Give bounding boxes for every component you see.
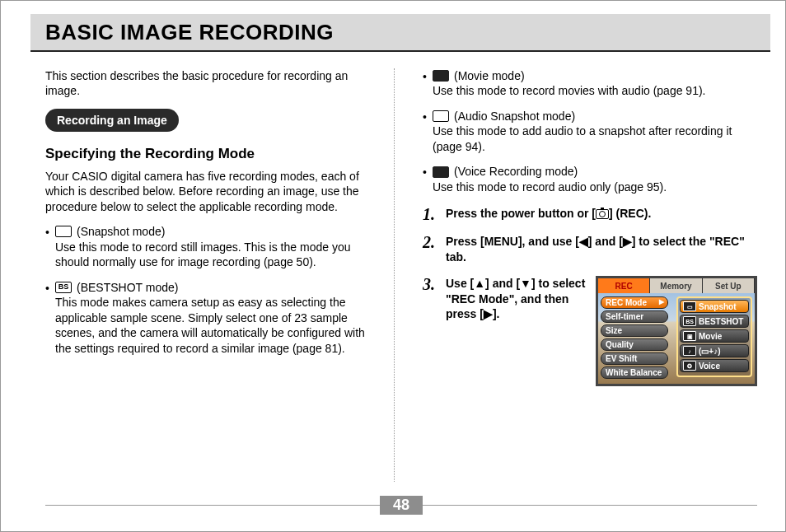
lcd-tab-setup: Set Up	[703, 278, 755, 293]
lcd-left-item: White Balance	[601, 366, 668, 379]
lcd-right-item-label: Movie	[699, 331, 722, 342]
step-item: Press the power button or [] (REC).	[423, 206, 757, 222]
voice-recording-mode-icon	[433, 166, 449, 178]
lcd-right-item-label: Voice	[699, 361, 720, 371]
mode-description: This mode makes camera setup as easy as …	[55, 295, 379, 356]
mode-header-line: (Audio Snapshot mode)	[433, 109, 757, 124]
mode-header-line: (Movie mode)	[433, 68, 757, 83]
lcd-right-item-icon: ▭	[683, 301, 696, 311]
lcd-right-item-label: Snapshot	[699, 301, 737, 312]
camera-icon	[596, 209, 609, 219]
lcd-right-item-icon: BS	[683, 316, 696, 326]
mode-header-line: (Voice Recording mode)	[433, 164, 757, 179]
mode-body: (Snapshot mode)Use this mode to record s…	[55, 224, 379, 269]
lcd-right-item-label: (▭+♪)	[699, 346, 721, 357]
mode-description: Use this mode to record still images. Th…	[55, 240, 379, 270]
lcd-right-item: BSBESTSHOT	[680, 315, 749, 328]
lcd-tab-memory: Memory	[650, 278, 702, 293]
bullet-dot: •	[45, 224, 55, 269]
lcd-left-item: REC Mode	[601, 296, 668, 309]
mode-list-item: •BS(BESTSHOT mode)This mode makes camera…	[45, 280, 379, 356]
camera-lcd-figure: RECMemorySet UpREC ModeSelf-timerSizeQua…	[596, 276, 757, 386]
lcd-right-item: ▣Movie	[680, 329, 749, 343]
mode-description: Use this mode to record audio only (page…	[433, 180, 757, 194]
step-list: Press the power button or [] (REC).Press…	[423, 206, 757, 386]
step-body: Press [MENU], and use [◀] and [▶] to sel…	[446, 234, 757, 264]
mode-label: (Audio Snapshot mode)	[454, 109, 575, 124]
lcd-right-item-icon: ✪	[683, 361, 696, 371]
page-footer: 48	[45, 496, 757, 515]
lcd-right-item-label: BESTSHOT	[699, 316, 743, 327]
subheading-paragraph: Your CASIO digital camera has five recor…	[45, 169, 379, 214]
lcd-right-item-icon: ▣	[683, 331, 696, 341]
mode-label: (Voice Recording mode)	[454, 164, 578, 179]
mode-header-line: BS(BESTSHOT mode)	[55, 280, 379, 295]
lcd-left-list: REC ModeSelf-timerSizeQualityEV ShiftWhi…	[601, 296, 668, 380]
lcd-tabs: RECMemorySet Up	[598, 278, 755, 293]
column-right: •(Movie mode)Use this mode to record mov…	[419, 68, 757, 482]
mode-list-left: •(Snapshot mode)Use this mode to record …	[45, 224, 379, 356]
mode-list-item: •(Audio Snapshot mode)Use this mode to a…	[423, 109, 757, 154]
lcd-right-item: ▭Snapshot	[680, 300, 749, 313]
step-item: Use [▲] and [▼] to select "REC Mode", an…	[423, 276, 757, 386]
lcd-right-item: ✪Voice	[680, 359, 749, 372]
step-body: Press the power button or [] (REC).	[446, 206, 757, 222]
mode-body: (Audio Snapshot mode)Use this mode to ad…	[433, 109, 757, 154]
bullet-dot: •	[423, 68, 433, 99]
mode-header-line: (Snapshot mode)	[55, 224, 379, 239]
mode-description: Use this mode to add audio to a snapshot…	[433, 124, 757, 154]
page-title: BASIC IMAGE RECORDING	[45, 20, 334, 45]
bullet-dot: •	[423, 109, 433, 154]
footer-rule-right	[423, 505, 757, 506]
page-number: 48	[380, 496, 423, 515]
mode-label: (Movie mode)	[454, 68, 525, 83]
movie-mode-icon	[433, 70, 449, 82]
step3-wrap: Use [▲] and [▼] to select "REC Mode", an…	[446, 276, 757, 386]
bullet-dot: •	[423, 164, 433, 194]
lcd-left-item: EV Shift	[601, 352, 668, 365]
mode-list-item: •(Snapshot mode)Use this mode to record …	[45, 224, 379, 269]
mode-body: (Voice Recording mode)Use this mode to r…	[433, 164, 757, 194]
title-band: BASIC IMAGE RECORDING	[30, 14, 770, 52]
step-text: Press the power button or [	[446, 207, 596, 220]
intro-paragraph: This section describes the basic procedu…	[45, 68, 379, 99]
snapshot-mode-icon	[55, 226, 72, 237]
mode-label: (Snapshot mode)	[77, 224, 165, 239]
mode-body: BS(BESTSHOT mode)This mode makes camera …	[55, 280, 379, 356]
lcd-right-item: ♪(▭+♪)	[680, 344, 749, 357]
lcd-right-list: ▭SnapshotBSBESTSHOT▣Movie♪(▭+♪)✪Voice	[676, 296, 752, 377]
column-left: This section describes the basic procedu…	[45, 68, 395, 482]
lcd-right-item-icon: ♪	[683, 346, 696, 356]
step-text: Press [MENU], and use [◀] and [▶] to sel…	[446, 235, 745, 263]
section-pill: Recording an Image	[45, 109, 179, 132]
mode-list-right: •(Movie mode)Use this mode to record mov…	[423, 68, 757, 194]
audio-snapshot-mode-icon	[433, 110, 449, 122]
manual-page: BASIC IMAGE RECORDING This section descr…	[0, 0, 786, 532]
content-area: This section describes the basic procedu…	[45, 68, 757, 482]
lcd-left-item: Self-timer	[601, 310, 668, 323]
mode-description: Use this mode to record movies with audi…	[433, 83, 757, 98]
bestshot-mode-icon: BS	[55, 282, 72, 293]
lcd-tab-rec: REC	[598, 278, 650, 293]
step-text: Use [▲] and [▼] to select "REC Mode", an…	[446, 276, 586, 321]
bullet-dot: •	[45, 280, 55, 356]
mode-list-item: •(Voice Recording mode)Use this mode to …	[423, 164, 757, 194]
lcd-left-item: Size	[601, 324, 668, 337]
step-text-post: ] (REC).	[609, 207, 651, 220]
subheading: Specifying the Recording Mode	[45, 145, 379, 163]
mode-list-item: •(Movie mode)Use this mode to record mov…	[423, 68, 757, 99]
lcd-left-item: Quality	[601, 338, 668, 351]
footer-rule-left	[45, 505, 380, 506]
step-body: Use [▲] and [▼] to select "REC Mode", an…	[446, 276, 757, 386]
step-item: Press [MENU], and use [◀] and [▶] to sel…	[423, 234, 757, 264]
mode-body: (Movie mode)Use this mode to record movi…	[433, 68, 757, 99]
mode-label: (BESTSHOT mode)	[77, 280, 178, 295]
